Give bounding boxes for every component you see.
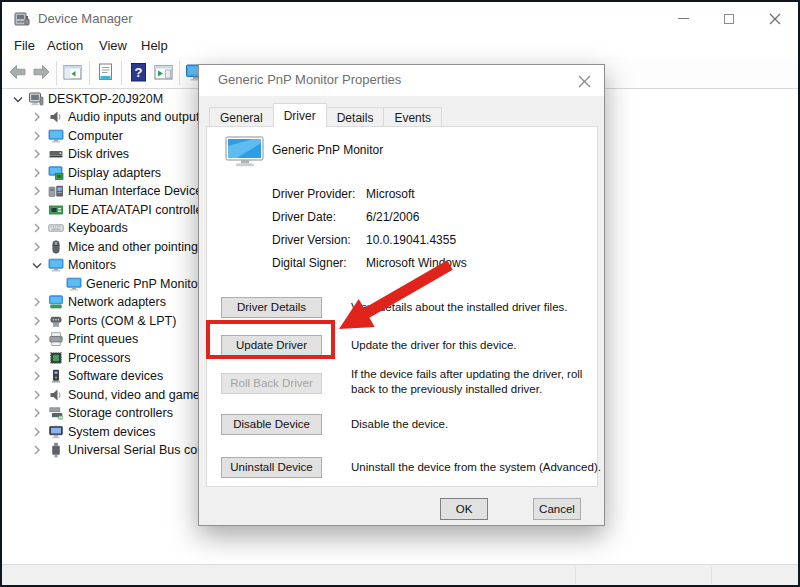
forward-icon[interactable] <box>31 62 52 83</box>
roll-back-driver-desc: If the device fails after updating the d… <box>351 367 606 396</box>
chevron-down-icon[interactable] <box>10 91 26 107</box>
chevron-down-icon[interactable] <box>29 257 45 273</box>
monitor-icon <box>48 257 64 273</box>
chevron-right-icon[interactable] <box>29 387 45 403</box>
chevron-right-icon[interactable] <box>29 442 45 458</box>
tree-item-label: Processors <box>68 351 131 365</box>
menu-help[interactable]: Help <box>141 38 168 53</box>
minimize-button[interactable] <box>660 2 706 35</box>
mouse-icon <box>48 239 64 255</box>
field-value: 10.0.19041.4355 <box>366 233 456 247</box>
tree-item-label: Computer <box>68 129 123 143</box>
audio-icon <box>48 109 64 125</box>
tree-item-label: Audio inputs and outputs <box>68 110 206 124</box>
monitor-icon <box>48 128 64 144</box>
dialog-tabs: General Driver Details Events <box>209 105 442 127</box>
disable-device-button[interactable]: Disable Device <box>221 414 322 435</box>
chevron-right-icon[interactable] <box>29 220 45 236</box>
update-driver-desc: Update the driver for this device. <box>351 338 606 353</box>
console-tree-icon[interactable] <box>62 62 83 83</box>
processor-icon <box>48 350 64 366</box>
toolbar-separator <box>89 61 90 85</box>
tree-item-label: Network adapters <box>68 295 166 309</box>
chevron-right-icon[interactable] <box>29 165 45 181</box>
computer-icon <box>28 91 44 107</box>
statusbar-divider <box>575 567 576 584</box>
chevron-right-icon[interactable] <box>29 350 45 366</box>
tree-item-label: IDE ATA/ATAPI controllers <box>68 203 213 217</box>
storage-icon <box>48 405 64 421</box>
network-icon <box>48 294 64 310</box>
driver-details-button[interactable]: Driver Details <box>221 297 322 318</box>
update-driver-button[interactable]: Update Driver <box>221 335 322 356</box>
tree-item-label: DESKTOP-20J920M <box>48 92 163 106</box>
uninstall-device-desc: Uninstall the device from the system (Ad… <box>351 460 606 475</box>
chevron-right-icon[interactable] <box>29 331 45 347</box>
statusbar <box>2 564 798 585</box>
chevron-right-icon[interactable] <box>29 128 45 144</box>
chevron-right-icon[interactable] <box>29 405 45 421</box>
field-value: 6/21/2006 <box>366 210 419 224</box>
field-value: Microsoft <box>366 187 415 201</box>
tree-item-label: Disk drives <box>68 147 129 161</box>
chevron-right-icon[interactable] <box>29 146 45 162</box>
window-title: Device Manager <box>38 11 133 26</box>
device-manager-window: Device Manager File Action View Help ? D… <box>0 0 800 587</box>
tree-item-label: Human Interface Devices <box>68 184 208 198</box>
ports-icon <box>48 313 64 329</box>
hid-icon <box>48 183 64 199</box>
toolbar-separator <box>56 61 57 85</box>
tree-item-label: Print queues <box>68 332 138 346</box>
chevron-right-icon[interactable] <box>29 424 45 440</box>
monitor-icon <box>66 276 82 292</box>
back-icon[interactable] <box>7 62 28 83</box>
field-label: Driver Provider: <box>272 187 355 201</box>
cancel-button[interactable]: Cancel <box>533 498 581 520</box>
menu-view[interactable]: View <box>99 38 127 53</box>
svg-text:?: ? <box>135 65 143 80</box>
device-manager-icon <box>13 10 31 28</box>
chevron-right-icon[interactable] <box>29 313 45 329</box>
tab-events[interactable]: Events <box>383 107 442 127</box>
dialog-close-button[interactable] <box>572 69 596 93</box>
field-label: Driver Date: <box>272 210 336 224</box>
maximize-icon <box>724 14 734 24</box>
tab-driver[interactable]: Driver <box>273 103 327 127</box>
dialog-title: Generic PnP Monitor Properties <box>218 72 401 87</box>
tree-item-label: Software devices <box>68 369 163 383</box>
tree-item-label: Ports (COM & LPT) <box>68 314 176 328</box>
tab-details[interactable]: Details <box>326 107 385 127</box>
uninstall-device-button[interactable]: Uninstall Device <box>221 457 322 478</box>
ok-button[interactable]: OK <box>440 498 488 520</box>
close-icon <box>578 75 591 88</box>
tree-item-label: Storage controllers <box>68 406 173 420</box>
chevron-right-icon[interactable] <box>29 109 45 125</box>
menu-file[interactable]: File <box>14 38 35 53</box>
roll-back-driver-button: Roll Back Driver <box>221 373 322 394</box>
action-pane-icon[interactable] <box>153 62 174 83</box>
disable-device-desc: Disable the device. <box>351 417 606 432</box>
tab-general[interactable]: General <box>209 107 274 127</box>
close-icon <box>769 13 781 25</box>
help-icon[interactable]: ? <box>128 62 149 83</box>
keyboard-icon <box>48 220 64 236</box>
driver-tab-page: Generic PnP Monitor Driver Provider: Mic… <box>206 126 598 487</box>
chevron-right-icon[interactable] <box>29 239 45 255</box>
sound-icon <box>48 387 64 403</box>
tree-item-label: System devices <box>68 425 156 439</box>
field-value: Microsoft Windows <box>366 256 467 270</box>
system-icon <box>48 424 64 440</box>
toolbar-separator <box>121 61 122 85</box>
menu-action[interactable]: Action <box>47 38 83 53</box>
close-button[interactable] <box>752 2 798 35</box>
monitor-icon <box>225 136 265 168</box>
tree-item-label: Generic PnP Monitor <box>86 277 202 291</box>
printer-icon <box>48 331 64 347</box>
chevron-right-icon[interactable] <box>29 183 45 199</box>
chevron-right-icon[interactable] <box>29 368 45 384</box>
maximize-button[interactable] <box>706 2 752 35</box>
chevron-right-icon[interactable] <box>29 294 45 310</box>
chevron-right-icon[interactable] <box>29 202 45 218</box>
properties-icon[interactable] <box>95 62 116 83</box>
menubar: File Action View Help <box>2 35 798 57</box>
